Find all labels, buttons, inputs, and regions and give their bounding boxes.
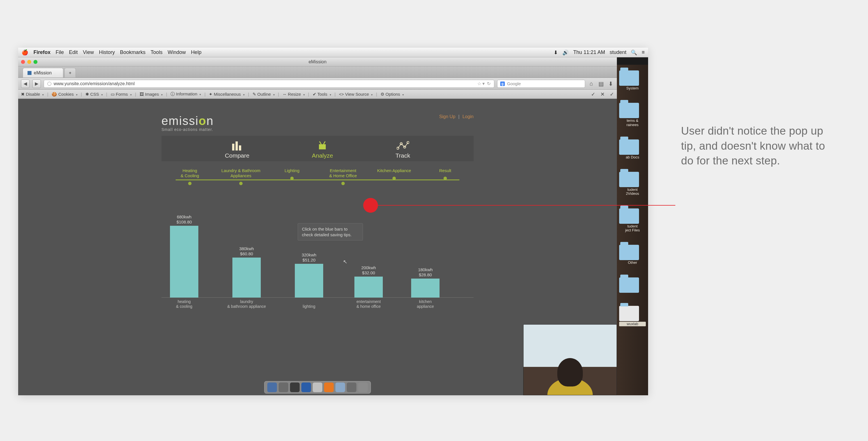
webcam-pip [523, 324, 617, 395]
folder-icon[interactable] [619, 70, 639, 86]
menu-history[interactable]: History [99, 50, 115, 55]
minimize-icon[interactable] [27, 60, 31, 64]
search-input[interactable]: g Google [497, 80, 585, 88]
apple-icon[interactable]: 🍎 [22, 49, 28, 56]
progress-step-laundry[interactable]: Laundry & BathroomAppliances [215, 168, 267, 183]
tip-tooltip: Click on the blue bars to check detailed… [298, 223, 363, 240]
nav-analyze[interactable]: Analyze [312, 140, 333, 159]
menubar-user[interactable]: student [610, 50, 626, 55]
nav-track[interactable]: Track [396, 140, 410, 159]
dev-resize[interactable]: ↔ Resize [282, 92, 305, 96]
folder-icon[interactable] [619, 140, 639, 155]
download-icon[interactable]: ⬇ [554, 50, 558, 56]
dev-close-icon[interactable]: ✕ [600, 91, 605, 97]
chart-bar[interactable]: 380kwh$60.80 [232, 246, 261, 298]
bar-rect[interactable] [232, 258, 261, 298]
bar-rect[interactable] [411, 278, 439, 298]
dev-outline[interactable]: ✎ Outline [252, 92, 275, 97]
spotlight-icon[interactable]: 🔍 [631, 50, 637, 56]
traffic-lights[interactable] [21, 60, 37, 64]
dev-css[interactable]: ✱ CSS [85, 92, 103, 97]
login-link[interactable]: Login [463, 114, 473, 119]
folder-icon[interactable] [619, 172, 639, 187]
nav-compare[interactable]: Compare [225, 140, 249, 159]
desktop-folders: System terns &rainees ab Docs tudent2Vid… [617, 65, 648, 395]
menu-window[interactable]: Window [168, 50, 186, 55]
new-tab-button[interactable]: + [64, 68, 76, 78]
bar-rect[interactable] [170, 226, 198, 298]
chart-bar[interactable]: 180kwh$28.80 [411, 267, 439, 298]
firefox-window: eMission eMission + ◀ ▶ www.yunsite.com/… [18, 57, 617, 395]
dev-images[interactable]: 🖼 Images [140, 92, 163, 96]
folder-icon[interactable] [619, 306, 639, 321]
dev-options[interactable]: ⚙ Options [380, 92, 404, 97]
progress-step-lighting[interactable]: Lighting [267, 168, 317, 178]
downloads-button[interactable]: ⬇ [607, 80, 614, 87]
svg-line-4 [319, 141, 321, 144]
progress-step-kitchen[interactable]: Kitchen Appliance [369, 168, 420, 178]
page-viewport: emission Small eco-actions matter. Sign … [18, 109, 617, 395]
svg-line-5 [323, 141, 325, 144]
volume-icon[interactable]: 🔊 [562, 50, 569, 56]
dev-forms[interactable]: ▭ Forms [111, 92, 132, 97]
chart-bar[interactable]: 320kwh$51.20 [295, 253, 323, 298]
menu-tools[interactable]: Tools [151, 50, 163, 55]
progress-step-heating[interactable]: Heating& Cooling [164, 168, 215, 183]
dock-app-icon[interactable] [279, 382, 288, 392]
folder-icon[interactable] [619, 103, 639, 118]
dock-firefox-icon[interactable] [324, 382, 334, 392]
dock-finder-icon[interactable] [267, 382, 277, 392]
menu-view[interactable]: View [83, 50, 94, 55]
dev-information[interactable]: ⓘ Information [170, 91, 201, 97]
dev-check1-icon[interactable]: ✓ [591, 91, 595, 97]
progress-step-entertainment[interactable]: Entertainment& Home Office [317, 168, 369, 183]
svg-rect-0 [232, 144, 235, 150]
reader-icon[interactable]: ☆ ▾ [477, 81, 485, 86]
folder-icon[interactable] [619, 277, 639, 293]
annotation-text: User didn't notice the pop up tip, and d… [681, 123, 840, 168]
dev-disable[interactable]: ✖ Disable [21, 92, 44, 97]
folder-icon[interactable] [619, 208, 639, 224]
menu-file[interactable]: File [56, 50, 64, 55]
zoom-icon[interactable] [33, 60, 37, 64]
folder-icon[interactable] [619, 245, 639, 260]
dev-tools[interactable]: ✔ Tools [313, 92, 331, 97]
dev-viewsource[interactable]: <> View Source [339, 92, 373, 96]
progress-step-result[interactable]: Result [420, 168, 471, 178]
dev-misc[interactable]: ✦ Miscellaneous [209, 92, 244, 97]
menubar-clock[interactable]: Thu 11:21 AM [573, 50, 605, 55]
cursor-icon: ↖ [343, 259, 347, 265]
menubar-app[interactable]: Firefox [33, 50, 51, 55]
bar-category-label: kitchenappliance [403, 299, 448, 309]
close-icon[interactable] [21, 60, 25, 64]
dev-cookies[interactable]: 🍪 Cookies [52, 92, 78, 97]
screenshot-window: 🍎 Firefox File Edit View History Bookmar… [18, 48, 648, 395]
back-button[interactable]: ◀ [21, 80, 30, 88]
url-input[interactable]: www.yunsite.com/emission/analyze.html ☆ … [44, 80, 494, 88]
reload-icon[interactable]: ↻ [487, 81, 491, 86]
menu-list-icon[interactable]: ≡ [642, 50, 645, 55]
menu-help[interactable]: Help [191, 50, 202, 55]
bookmarks-button[interactable]: ▤ [597, 80, 604, 87]
chart-bar[interactable]: 680kwh$108.80 [170, 214, 198, 298]
chart-bar[interactable]: 200kwh$32.00 [354, 265, 383, 298]
dock-trash-icon[interactable] [358, 382, 368, 392]
dock-photoshop-icon[interactable] [301, 382, 311, 392]
menu-bookmarks[interactable]: Bookmarks [120, 50, 146, 55]
dev-check2-icon[interactable]: ✓ [610, 91, 614, 97]
dock-app-icon[interactable] [313, 382, 322, 392]
dock-app-icon[interactable] [347, 382, 356, 392]
browser-tab[interactable]: eMission [23, 68, 63, 78]
dock-app-icon[interactable] [335, 382, 345, 392]
forward-button[interactable]: ▶ [32, 80, 41, 88]
logo[interactable]: emission [161, 114, 214, 128]
bar-rect[interactable] [354, 276, 383, 298]
menu-edit[interactable]: Edit [69, 50, 78, 55]
bar-value-label: 200kwh$32.00 [361, 265, 376, 275]
dock-app-icon[interactable] [290, 382, 300, 392]
globe-icon [48, 82, 51, 86]
tab-bar: eMission + [18, 66, 617, 78]
signup-link[interactable]: Sign Up [439, 114, 456, 119]
home-button[interactable]: ⌂ [588, 80, 595, 87]
bar-rect[interactable] [295, 264, 323, 298]
